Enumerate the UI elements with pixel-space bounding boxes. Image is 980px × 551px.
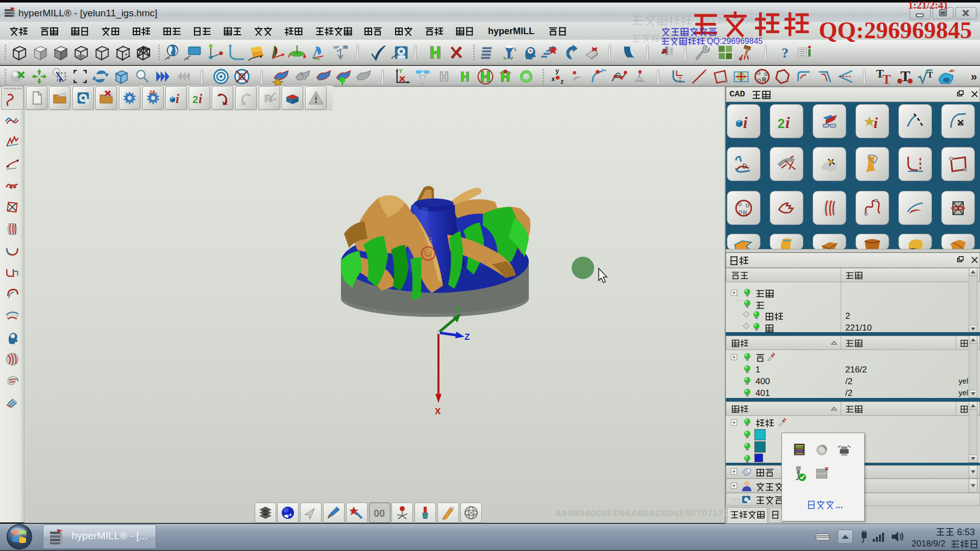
svg-text:x: x — [551, 76, 555, 83]
svg-text:y: y — [555, 67, 559, 74]
svg-text:i: i — [874, 114, 878, 131]
svg-text:i: i — [199, 91, 203, 106]
svg-text:Z: Z — [464, 332, 470, 342]
svg-text:?: ? — [781, 45, 789, 61]
svg-text:T: T — [883, 72, 891, 86]
svg-text:10: 10 — [150, 90, 156, 95]
svg-text:Y: Y — [399, 68, 403, 74]
svg-text:00: 00 — [374, 508, 385, 519]
svg-text:T: T — [927, 70, 933, 80]
svg-text:X: X — [435, 407, 441, 416]
svg-text:Y: Y — [455, 306, 461, 315]
svg-text:R: R — [743, 210, 747, 216]
svg-text:i: i — [786, 113, 790, 132]
svg-text:D: D — [743, 163, 747, 170]
svg-text:z: z — [560, 78, 564, 85]
svg-text:50: 50 — [950, 68, 955, 73]
svg-text:i: i — [176, 91, 180, 106]
svg-text:2: 2 — [192, 94, 198, 105]
svg-text:i: i — [743, 113, 748, 132]
svg-text:2: 2 — [778, 116, 785, 131]
svg-text:R: R — [762, 77, 766, 83]
